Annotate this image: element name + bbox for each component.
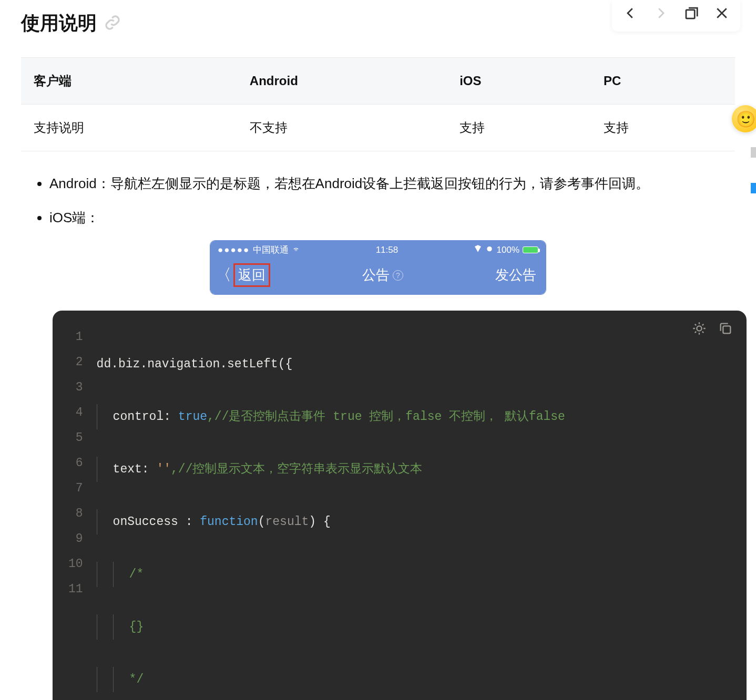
code-l2-key: control: [113, 410, 164, 424]
scroll-marker-blue: [751, 183, 756, 193]
code-l3-val: '': [156, 462, 171, 476]
code-l7: */: [129, 673, 144, 686]
th-android: Android: [237, 58, 447, 105]
td-android: 不支持: [237, 105, 447, 151]
code-l2-cm: ,//是否控制点击事件 true 控制，false 不控制， 默认false: [207, 410, 565, 424]
back-button-highlighted: 返回: [233, 263, 270, 287]
code-l4-c: ) {: [309, 515, 330, 529]
th-ios: iOS: [447, 58, 591, 105]
code-l1: dd.biz.navigation.setLeft({: [97, 357, 293, 371]
alarm-icon: [485, 244, 494, 255]
status-time: 11:58: [376, 245, 399, 255]
signal-dots-icon: ●●●●●: [218, 245, 250, 255]
note-android: Android：导航栏左侧显示的是标题，若想在Android设备上拦截返回按钮的…: [49, 170, 735, 197]
chevron-left-icon: 〈: [216, 264, 231, 286]
svg-rect-3: [723, 326, 730, 334]
page-title: 使用说明: [21, 11, 97, 36]
close-icon[interactable]: [714, 5, 730, 23]
code-block: 1234567891011 dd.biz.navigation.setLeft(…: [53, 311, 747, 700]
table-row: 支持说明 不支持 支持 支持: [21, 105, 735, 151]
td-pc: 支持: [591, 105, 735, 151]
nav-forward-icon: [653, 5, 669, 23]
code-l4-b: (: [258, 515, 265, 529]
wifi-icon: [292, 244, 300, 255]
ios-navbar-screenshot: ●●●●● 中国联通 11:58 100% 〈 返回 公告: [210, 240, 546, 295]
code-l4-p: result: [265, 515, 309, 529]
svg-rect-0: [686, 10, 694, 18]
ios-status-bar: ●●●●● 中国联通 11:58 100%: [210, 241, 546, 258]
code-l3-cm: ,//控制显示文本，空字符串表示显示默认文本: [171, 462, 422, 476]
window-icon[interactable]: [683, 5, 699, 23]
line-gutter: 1234567891011: [53, 324, 97, 700]
code-l6: {}: [129, 620, 144, 634]
code-l2-val: true: [178, 410, 207, 424]
td-ios: 支持: [447, 105, 591, 151]
svg-point-2: [697, 326, 701, 331]
nav-back-icon[interactable]: [622, 5, 638, 23]
page-toolbar: [612, 0, 740, 32]
code-l5: /*: [129, 568, 144, 581]
help-icon: ?: [393, 270, 403, 281]
code-source[interactable]: dd.biz.navigation.setLeft({ control: tru…: [97, 324, 747, 700]
notes-list: Android：导航栏左侧显示的是标题，若想在Android设备上拦截返回按钮的…: [21, 170, 735, 231]
scroll-marker-grey: [751, 147, 756, 158]
nav-right-action: 发公告: [495, 266, 536, 284]
note-ios: iOS端：: [49, 204, 735, 231]
th-pc: PC: [591, 58, 735, 105]
theme-toggle-icon[interactable]: [692, 321, 707, 339]
emoji-badge[interactable]: 🙂: [732, 105, 756, 132]
nav-title: 公告: [362, 266, 390, 284]
carrier-label: 中国联通: [253, 244, 289, 256]
battery-pct: 100%: [497, 245, 519, 255]
ios-nav-row: 〈 返回 公告 ? 发公告: [210, 258, 546, 294]
anchor-link-icon[interactable]: [104, 14, 121, 33]
th-client: 客户端: [21, 58, 237, 105]
support-table: 客户端 Android iOS PC 支持说明 不支持 支持 支持: [21, 57, 735, 151]
code-l4-fn: function: [200, 515, 258, 529]
battery-icon: [523, 246, 538, 253]
location-icon: [474, 244, 482, 255]
code-l4-a: onSuccess :: [113, 515, 200, 529]
td-label: 支持说明: [21, 105, 237, 151]
copy-icon[interactable]: [718, 321, 733, 339]
code-l3-key: text: [113, 462, 142, 476]
svg-point-1: [487, 246, 492, 251]
